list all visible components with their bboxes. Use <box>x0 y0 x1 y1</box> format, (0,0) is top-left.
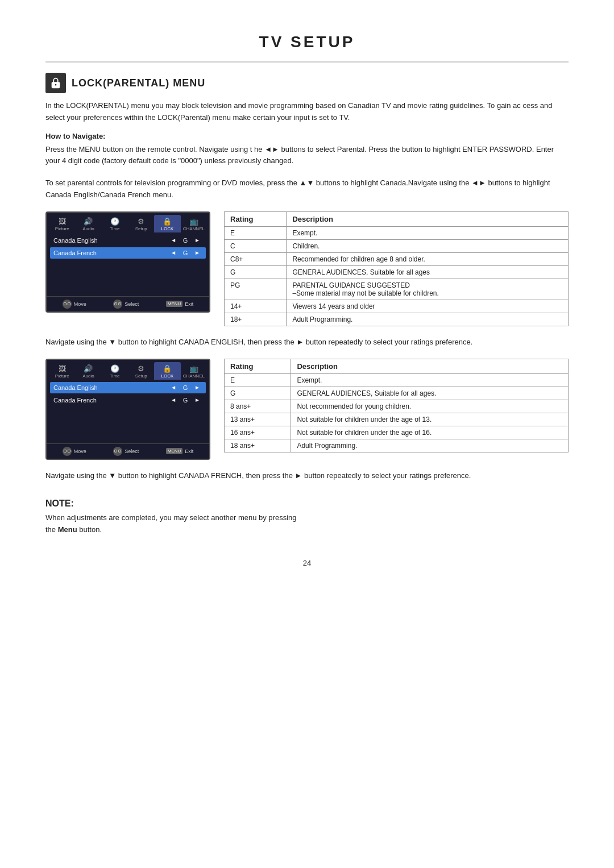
page-number: 24 <box>45 559 569 567</box>
tv-menu-1-footer: ⊙⊙ Move ⊙⊙ Select MENU Exit <box>47 296 209 312</box>
table-row: EExempt. <box>225 226 569 239</box>
tab-channel-label-2: CHANNEL <box>183 373 205 379</box>
audio-icon-2: 🔊 <box>84 364 93 373</box>
table-row: C8+Recommended for children age 8 and ol… <box>225 252 569 265</box>
tab-picture-label-1: Picture <box>55 226 69 231</box>
table-row: 18 ans+Adult Programming. <box>225 439 569 452</box>
lock-tab-icon-2: 🔒 <box>163 364 172 373</box>
tab-picture-1: 🖼 Picture <box>49 215 75 232</box>
tv-menu-1-tabs: 🖼 Picture 🔊 Audio 🕐 Time ⚙ Setup 🔒 LOCK … <box>47 213 209 232</box>
rating-table-2: Rating Description EExempt.GGENERAL AUDI… <box>224 359 569 452</box>
setup-icon-1: ⚙ <box>138 217 144 226</box>
rating-cell: 18+ <box>225 313 287 326</box>
table-row: 16 ans+Not suitable for children under t… <box>225 426 569 439</box>
rating-cell: PG <box>225 279 287 300</box>
rating-cell: G <box>225 265 287 279</box>
note-title: NOTE: <box>45 499 569 509</box>
table1-col1-header: Rating <box>225 211 287 226</box>
menu1-canada-english-right: ► <box>194 237 200 243</box>
menu2-move-label: Move <box>74 448 86 454</box>
tv-menu-1: 🖼 Picture 🔊 Audio 🕐 Time ⚙ Setup 🔒 LOCK … <box>45 211 210 313</box>
menu2-canada-french-label: Canada French <box>53 397 168 404</box>
table-row: 18+Adult Programming. <box>225 313 569 326</box>
menu1-spacer <box>50 260 206 294</box>
menu2-row-canada-french: Canada French ◄ G ► <box>50 394 206 406</box>
table-row: EExempt. <box>225 373 569 387</box>
page-title: TV SETUP <box>45 23 569 63</box>
menu1-canada-english-label: Canada English <box>53 237 168 244</box>
tab-lock-1: 🔒 LOCK <box>154 215 180 232</box>
table-row: CChildren. <box>225 239 569 252</box>
desc-cell: Not suitable for children under the age … <box>291 426 569 439</box>
menu2-row-canada-english: Canada English ◄ G ► <box>50 382 206 393</box>
menu1-row-canada-english: Canada English ◄ G ► <box>50 235 206 246</box>
tab-time-label-2: Time <box>110 373 119 379</box>
menu1-move-btn: ⊙⊙ Move <box>63 300 86 309</box>
second-section: 🖼 Picture 🔊 Audio 🕐 Time ⚙ Setup 🔒 LOCK … <box>45 359 569 460</box>
menu1-exit-icon: MENU <box>166 301 183 307</box>
section-header: LOCK(PARENTAL) MENU <box>45 73 569 93</box>
tab-channel-1: 📺 CHANNEL <box>181 215 207 232</box>
desc-cell: PARENTAL GUIDANCE SUGGESTED –Some materi… <box>287 279 569 300</box>
tv-menu-2: 🖼 Picture 🔊 Audio 🕐 Time ⚙ Setup 🔒 LOCK … <box>45 359 210 460</box>
table-row: PGPARENTAL GUIDANCE SUGGESTED –Some mate… <box>225 279 569 300</box>
menu2-exit-label: Exit <box>185 448 193 454</box>
desc-cell: Adult Programming. <box>291 439 569 452</box>
table-row: 14+Viewers 14 years and older <box>225 300 569 313</box>
rating-cell: 14+ <box>225 300 287 313</box>
tab-setup-2: ⚙ Setup <box>128 362 154 380</box>
table-row: GGENERAL AUDIENCES, Suitable for all age… <box>225 387 569 400</box>
setup-icon-2: ⚙ <box>138 364 144 373</box>
menu1-select-label: Select <box>125 301 139 307</box>
between-text-2: Navigate using the ▼ button to highlight… <box>45 470 569 482</box>
rating-cell: 16 ans+ <box>225 426 291 439</box>
rating-cell: 13 ans+ <box>225 413 291 426</box>
desc-cell: Children. <box>287 239 569 252</box>
channel-icon-2: 📺 <box>189 364 198 373</box>
table-row: GGENERAL AUDIENCES, Suitable for all age… <box>225 265 569 279</box>
tv-menu-2-body: Canada English ◄ G ► Canada French ◄ G ► <box>47 380 209 443</box>
menu1-canada-french-right: ► <box>194 250 200 256</box>
tab-lock-label-1: LOCK <box>161 226 174 231</box>
how-to-nav-label: How to Navigate: <box>45 132 569 140</box>
nav-text-2: To set parental controls for television … <box>45 177 569 201</box>
menu2-select-icon: ⊙⊙ <box>113 447 122 456</box>
menu2-exit-icon: MENU <box>166 448 183 454</box>
rating-cell: E <box>225 226 287 239</box>
menu2-move-icon: ⊙⊙ <box>63 447 72 456</box>
menu2-canada-english-label: Canada English <box>53 384 168 391</box>
tab-setup-label-1: Setup <box>135 226 147 231</box>
first-section: 🖼 Picture 🔊 Audio 🕐 Time ⚙ Setup 🔒 LOCK … <box>45 211 569 326</box>
menu1-exit-label: Exit <box>185 301 193 307</box>
menu2-select-label: Select <box>125 448 139 454</box>
tv-menu-1-body: Canada English ◄ G ► Canada French ◄ G ► <box>47 232 209 296</box>
tab-picture-label-2: Picture <box>55 373 69 379</box>
note-text: When adjustments are completed, you may … <box>45 512 569 536</box>
desc-cell: Adult Programming. <box>287 313 569 326</box>
menu2-select-btn: ⊙⊙ Select <box>113 447 139 456</box>
desc-cell: GENERAL AUDIENCES, Suitable for all ages <box>287 265 569 279</box>
desc-cell: Exempt. <box>291 373 569 387</box>
channel-icon-1: 📺 <box>189 217 198 226</box>
rating-cell: C <box>225 239 287 252</box>
tab-time-label-1: Time <box>110 226 119 231</box>
tab-time-2: 🕐 Time <box>102 362 128 380</box>
lock-tab-icon-1: 🔒 <box>163 217 172 226</box>
menu2-move-btn: ⊙⊙ Move <box>63 447 86 456</box>
table2-col1-header: Rating <box>225 359 291 373</box>
menu2-canada-english-val: G <box>179 384 192 391</box>
menu1-canada-english-val: G <box>179 237 192 244</box>
menu2-canada-french-val: G <box>179 397 192 404</box>
menu1-move-icon: ⊙⊙ <box>63 300 72 309</box>
menu2-canada-english-right: ► <box>194 384 200 391</box>
menu1-canada-english-left: ◄ <box>171 237 176 243</box>
nav-text-1: Press the MENU button on the remote cont… <box>45 144 569 168</box>
rating-cell: 18 ans+ <box>225 439 291 452</box>
tab-audio-label-2: Audio <box>82 373 94 379</box>
intro-text: In the LOCK(PARENTAL) menu you may block… <box>45 100 569 124</box>
desc-cell: Viewers 14 years and older <box>287 300 569 313</box>
rating-cell: E <box>225 373 291 387</box>
rating-cell: 8 ans+ <box>225 400 291 413</box>
menu2-canada-french-right: ► <box>194 397 200 403</box>
menu1-move-label: Move <box>74 301 86 307</box>
